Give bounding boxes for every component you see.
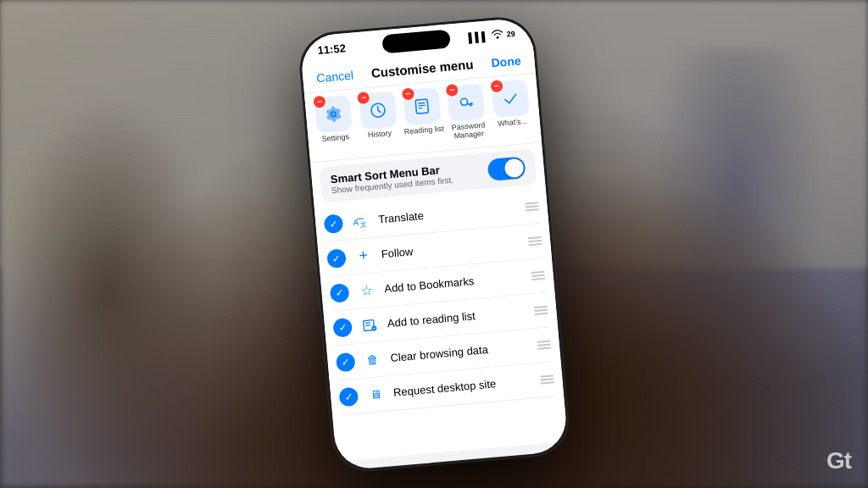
desktop-site-label: Request desktop site — [392, 374, 532, 399]
drag-handle-clear-browsing — [537, 340, 551, 349]
check-desktop-site[interactable]: ✓ — [338, 386, 359, 407]
follow-label: Follow — [381, 236, 520, 260]
check-clear-browsing[interactable]: ✓ — [336, 352, 356, 372]
translate-label: Translate — [378, 202, 518, 226]
battery-icon: 29 — [506, 29, 515, 38]
strip-item-history[interactable]: − History — [356, 91, 402, 149]
svg-line-14 — [365, 325, 370, 326]
desktop-site-icon: 🖥 — [365, 385, 386, 405]
svg-line-11 — [357, 219, 364, 219]
reading-label: Reading list — [403, 125, 444, 136]
status-icons: ▌▌▌ 29 — [468, 28, 515, 43]
check-translate[interactable]: ✓ — [324, 214, 344, 234]
svg-line-6 — [467, 103, 472, 104]
follow-icon: + — [353, 246, 374, 266]
phone-wrapper: 11:52 ▌▌▌ 29 Cance — [297, 14, 571, 474]
check-bookmarks[interactable]: ✓ — [330, 283, 350, 303]
smart-sort-toggle[interactable] — [487, 156, 526, 181]
strip-item-password[interactable]: − Password Manager — [444, 83, 490, 141]
check-follow[interactable]: ✓ — [326, 248, 347, 269]
drag-handle-desktop-site — [540, 374, 554, 384]
svg-line-2 — [418, 103, 425, 103]
status-time: 11:52 — [317, 42, 346, 57]
check-reading-list[interactable]: ✓ — [332, 318, 353, 338]
smart-sort-text: Smart Sort Menu Bar Show frequently used… — [330, 163, 453, 195]
bg-chair-left — [0, 97, 217, 488]
bookmarks-label: Add to Bookmarks — [384, 270, 524, 295]
wifi-icon — [491, 29, 504, 41]
clear-browsing-label: Clear browsing data — [390, 340, 530, 364]
svg-rect-1 — [415, 99, 428, 114]
drag-handle-bookmarks — [531, 271, 545, 280]
drag-handle-translate — [525, 202, 539, 211]
drag-handle-follow — [528, 236, 542, 246]
bg-chair-right — [651, 49, 825, 391]
history-label: History — [368, 130, 392, 140]
content-area: Cancel Customise menu Done − — [302, 43, 568, 462]
strip-item-settings[interactable]: − Settings — [311, 95, 357, 153]
phone-device: 11:52 ▌▌▌ 29 Cance — [297, 14, 571, 474]
strip-item-reading[interactable]: − Reading list — [400, 87, 446, 146]
whats-label: What's... — [498, 118, 527, 129]
svg-line-13 — [365, 323, 370, 324]
page-title: Customise menu — [370, 57, 474, 80]
signal-icon: ▌▌▌ — [468, 30, 488, 42]
svg-point-5 — [461, 98, 469, 106]
reading-list-label: Add to reading list — [387, 305, 526, 330]
cancel-button[interactable]: Cancel — [316, 68, 354, 85]
svg-line-3 — [419, 105, 426, 106]
done-button[interactable]: Done — [491, 53, 521, 69]
clear-browsing-icon: 🗑 — [363, 350, 383, 370]
bookmarks-icon: ☆ — [357, 280, 377, 301]
reading-list-icon — [359, 315, 380, 336]
drag-handle-reading-list — [534, 305, 548, 314]
phone-screen: 11:52 ▌▌▌ 29 Cance — [299, 17, 569, 471]
svg-text:文: 文 — [359, 220, 367, 229]
menu-list: ✓ A 文 Translate — [314, 188, 568, 462]
strip-item-whats[interactable]: − What's... — [488, 79, 534, 137]
settings-label: Settings — [321, 133, 349, 144]
password-label: Password Manager — [448, 121, 490, 141]
translate-icon: A 文 — [350, 211, 370, 231]
watermark: Gt — [826, 447, 851, 474]
